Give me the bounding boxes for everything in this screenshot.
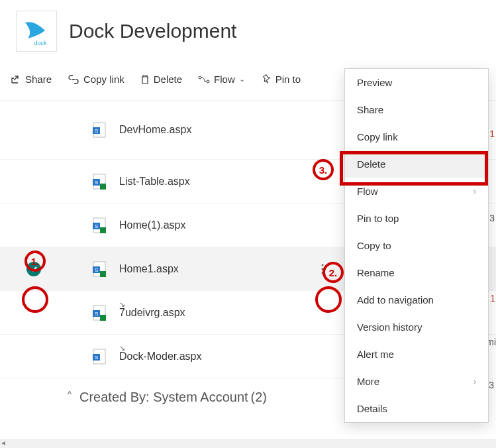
svg-text:S: S — [95, 223, 98, 229]
delete-label: Delete — [154, 74, 182, 85]
menu-details[interactable]: Details — [345, 395, 488, 422]
file-name: List-Table.aspx — [119, 176, 190, 188]
shortcut-arrow-icon: ↘ — [119, 300, 125, 309]
svg-point-18 — [322, 268, 324, 270]
menu-alert-me[interactable]: Alert me — [345, 341, 488, 368]
svg-point-0 — [199, 76, 201, 79]
svg-text:S: S — [95, 180, 98, 186]
menu-copy-to[interactable]: Copy to — [345, 232, 488, 259]
logo-label: dock — [34, 40, 46, 46]
file-name: Home1.aspx — [119, 263, 179, 275]
file-name: Home(1).aspx — [119, 219, 185, 231]
group-label: Created By: System Account — [79, 390, 248, 405]
svg-text:S: S — [95, 311, 98, 317]
chevron-right-icon: › — [473, 187, 476, 196]
menu-share[interactable]: Share — [345, 96, 488, 123]
more-actions-button[interactable] — [315, 261, 330, 277]
context-menu: Preview Share Copy link Delete Flow› Pin… — [344, 68, 489, 423]
share-button[interactable]: Share — [4, 70, 58, 89]
flow-label: Flow — [214, 74, 235, 85]
copy-link-button[interactable]: Copy link — [61, 70, 131, 89]
trash-icon — [140, 74, 150, 85]
menu-copy-link[interactable]: Copy link — [345, 123, 488, 150]
selection-check-icon[interactable] — [26, 262, 41, 276]
file-type-icon: S — [93, 217, 106, 233]
menu-preview[interactable]: Preview — [345, 69, 488, 96]
svg-rect-16 — [100, 271, 106, 277]
flow-button[interactable]: Flow ⌄ — [191, 70, 252, 89]
pin-button[interactable]: Pin to — [254, 70, 307, 89]
menu-rename[interactable]: Rename — [345, 259, 488, 286]
share-label: Share — [25, 74, 52, 85]
svg-point-1 — [207, 80, 209, 83]
menu-pin-to-top[interactable]: Pin to top — [345, 205, 488, 232]
site-logo: dock — [16, 11, 57, 52]
collapse-group-icon[interactable]: ˄ — [66, 389, 73, 405]
file-type-icon: S — [93, 261, 106, 277]
pin-label: Pin to — [275, 74, 301, 85]
chevron-down-icon: ⌄ — [239, 75, 245, 84]
menu-flow[interactable]: Flow› — [345, 178, 488, 205]
svg-text:S: S — [95, 128, 98, 134]
file-type-icon: S — [93, 174, 106, 190]
svg-text:S: S — [95, 267, 98, 273]
file-type-icon: S — [93, 349, 106, 364]
page-header: dock Dock Development — [0, 0, 496, 65]
horizontal-scrollbar[interactable] — [0, 439, 496, 448]
svg-point-19 — [322, 272, 324, 274]
menu-more[interactable]: More› — [345, 368, 488, 395]
svg-rect-12 — [100, 227, 106, 233]
shortcut-arrow-icon: ↘ — [119, 344, 125, 353]
flow-icon — [198, 75, 210, 84]
svg-text:S: S — [95, 355, 98, 361]
svg-rect-8 — [100, 184, 106, 190]
file-type-icon: S — [93, 305, 106, 321]
chevron-right-icon: › — [473, 377, 476, 386]
file-type-icon: S — [93, 122, 106, 138]
page-title: Dock Development — [69, 20, 236, 42]
svg-rect-23 — [100, 315, 106, 321]
share-icon — [11, 74, 21, 85]
copy-link-label: Copy link — [83, 74, 124, 85]
menu-version-history[interactable]: Version history — [345, 313, 488, 341]
group-count: (2) — [251, 390, 267, 405]
file-name: DevHome.aspx — [119, 124, 191, 136]
link-icon — [68, 75, 79, 84]
file-name: Dock-Moder.aspx — [119, 351, 202, 363]
pin-icon — [261, 74, 272, 85]
edge-fragment: 3 — [489, 380, 494, 390]
file-name: 7udeivrg.aspx — [119, 307, 185, 319]
svg-point-17 — [322, 264, 324, 266]
menu-add-to-navigation[interactable]: Add to navigation — [345, 286, 488, 313]
delete-button[interactable]: Delete — [134, 70, 189, 89]
menu-delete[interactable]: Delete — [345, 150, 488, 178]
